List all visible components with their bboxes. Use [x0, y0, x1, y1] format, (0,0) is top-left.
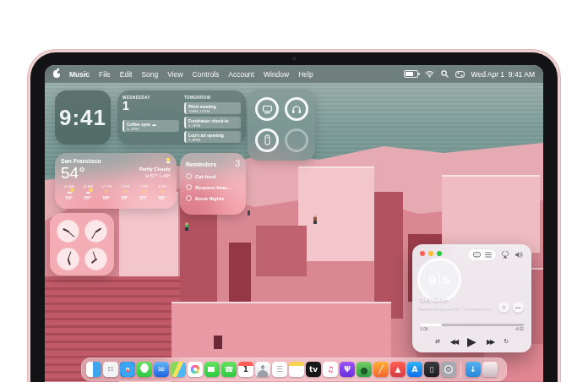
- dock-app-icon[interactable]: A: [407, 362, 422, 377]
- dock-app-icon[interactable]: ⚙: [441, 362, 456, 377]
- analog-clock: [84, 248, 107, 270]
- calendar-day-number: 1: [122, 100, 179, 112]
- reminder-item[interactable]: Book flights: [186, 195, 240, 201]
- front-camera-icon: [292, 57, 297, 61]
- dock-app-icon[interactable]: [188, 362, 203, 377]
- menu-items: MusicFileEditSongViewControlsAccountWind…: [69, 70, 313, 79]
- reminder-checkbox[interactable]: [186, 184, 192, 190]
- battery-icon: [404, 70, 418, 78]
- calendar-widget[interactable]: WEDNESDAY 1 Coffee sync ☁ 1–2PM TOMORROW: [117, 90, 246, 145]
- dock-app-icon[interactable]: ∷: [103, 362, 118, 377]
- remote-button[interactable]: [255, 128, 279, 152]
- reminder-checkbox[interactable]: [186, 195, 192, 201]
- dock-app-icon[interactable]: ♫: [323, 362, 338, 377]
- dock-app-icon[interactable]: [171, 362, 186, 377]
- dock-app-icon[interactable]: [482, 362, 498, 377]
- weather-hour: 10 AM 54°: [61, 184, 78, 200]
- dock-app-icon[interactable]: 1: [238, 362, 253, 377]
- progress-bar[interactable]: [420, 324, 524, 326]
- analog-clock: [57, 248, 79, 270]
- track-title: Set One: [420, 295, 447, 303]
- wifi-icon[interactable]: [425, 70, 434, 78]
- repeat-button[interactable]: ↻: [504, 338, 509, 345]
- dock-app-icon[interactable]: ✉: [154, 362, 169, 377]
- music-player-window[interactable]: B S Set One Beats In Space 01: Tim Sween…: [412, 244, 531, 352]
- window-control-button[interactable]: [428, 251, 433, 256]
- screen: MusicFileEditSongViewControlsAccountWind…: [45, 65, 543, 382]
- menu-item[interactable]: File: [99, 70, 111, 79]
- weather-high-low: H:57° L:49°: [139, 172, 171, 180]
- weather-hour-icon: [135, 188, 152, 195]
- screen-mirroring-button[interactable]: [255, 97, 279, 121]
- dock-app-icon[interactable]: Ψ: [340, 362, 355, 377]
- remaining-time: -4:02: [514, 327, 524, 331]
- apple-menu-icon[interactable]: [53, 70, 60, 78]
- search-icon[interactable]: [441, 70, 449, 78]
- previous-button[interactable]: ◀◀: [450, 338, 457, 346]
- weather-condition-icon: [162, 158, 171, 165]
- headphones-button[interactable]: [285, 97, 308, 121]
- menu-item[interactable]: Window: [264, 70, 289, 79]
- menu-item[interactable]: Help: [298, 70, 313, 79]
- calendar-event[interactable]: Coffee sync ☁ 1–2PM: [122, 120, 179, 132]
- dock-app-icon[interactable]: ╱: [373, 362, 389, 377]
- weather-widget[interactable]: San Francisco 54° Partly Cloudy H:57° L:…: [55, 153, 177, 209]
- menu-item[interactable]: Edit: [120, 70, 133, 79]
- weather-condition: Partly Cloudy: [139, 166, 171, 173]
- menu-item[interactable]: Account: [228, 70, 254, 79]
- progress-fill: [420, 324, 442, 326]
- dock-app-icon[interactable]: ☎: [221, 362, 237, 377]
- menu-item[interactable]: Music: [69, 70, 90, 79]
- control-center-icon[interactable]: [455, 71, 465, 78]
- track-subtitle: Beats In Space 01: Tim Sweeney: [420, 305, 492, 310]
- calendar-tomorrow-label: TOMORROW: [184, 96, 241, 100]
- dock-app-icon[interactable]: [137, 362, 152, 377]
- dock-app-icon[interactable]: [289, 362, 304, 377]
- calendar-day-label: WEDNESDAY: [122, 96, 179, 100]
- shuffle-button[interactable]: ⇄: [435, 338, 440, 345]
- dock-app-icon[interactable]: ☰: [272, 362, 287, 377]
- clock-widget-time: 9:41: [59, 105, 106, 131]
- dock: ∷▴✉☎1☰tv♫Ψ╱▲A▯⚙ ↓: [81, 357, 507, 381]
- more-button[interactable]: •••: [513, 302, 524, 313]
- favorite-button[interactable]: ☆: [498, 302, 509, 313]
- play-button[interactable]: ▶: [467, 336, 476, 347]
- reminder-checkbox[interactable]: [186, 173, 192, 179]
- remote-icon: [264, 134, 270, 145]
- dock-app-icon[interactable]: [255, 362, 270, 377]
- dock-divider: [460, 362, 461, 377]
- menu-item[interactable]: View: [167, 70, 182, 79]
- headphones-icon: [291, 105, 302, 114]
- weather-city: San Francisco: [61, 158, 101, 164]
- menu-item[interactable]: Controls: [193, 70, 220, 79]
- menu-item[interactable]: Song: [141, 70, 158, 79]
- window-control-button[interactable]: [437, 251, 442, 256]
- dock-app-icon[interactable]: ▯: [424, 362, 439, 377]
- clock-widget[interactable]: 9:41: [55, 90, 111, 145]
- calendar-event[interactable]: Pitch meeting 11AM–12PM: [184, 102, 241, 114]
- dock-app-icon[interactable]: ▲: [390, 362, 406, 377]
- dock-app-icon[interactable]: [357, 362, 372, 377]
- dock-app-icon[interactable]: tv: [306, 362, 321, 377]
- menubar-clock[interactable]: Wed Apr 1 9:41 AM: [471, 70, 535, 79]
- dock-app-icon[interactable]: [204, 362, 220, 377]
- next-button[interactable]: ▶▶: [487, 338, 493, 346]
- empty-control-slot[interactable]: [285, 128, 308, 152]
- calendar-event[interactable]: Fundraiser check-in 3–4PM: [184, 117, 241, 128]
- dock-app-icon[interactable]: ▴: [120, 362, 135, 377]
- window-control-button[interactable]: [420, 251, 425, 256]
- person-figure: [248, 209, 250, 216]
- calendar-tomorrow-column: TOMORROW Pitch meeting 11AM–12PM Fundrai…: [184, 96, 241, 139]
- reminder-item[interactable]: Request time…: [186, 184, 240, 190]
- weather-hour-icon: [117, 188, 133, 195]
- world-clock-widget[interactable]: [50, 213, 114, 276]
- weather-temp: 54°: [61, 165, 101, 181]
- weather-hour: 2 PM 57°: [135, 184, 152, 200]
- weather-hour: 12 PM 56°: [98, 184, 115, 200]
- dock-app-icon[interactable]: [86, 362, 101, 377]
- reminders-count-badge: 3: [235, 159, 240, 168]
- dock-app-icon[interactable]: ↓: [466, 362, 481, 377]
- reminders-widget[interactable]: Reminders 3 Cat food Request time… Book …: [180, 153, 246, 215]
- reminder-item[interactable]: Cat food: [186, 173, 240, 179]
- calendar-event[interactable]: Lou's art opening 7–8PM: [184, 131, 241, 143]
